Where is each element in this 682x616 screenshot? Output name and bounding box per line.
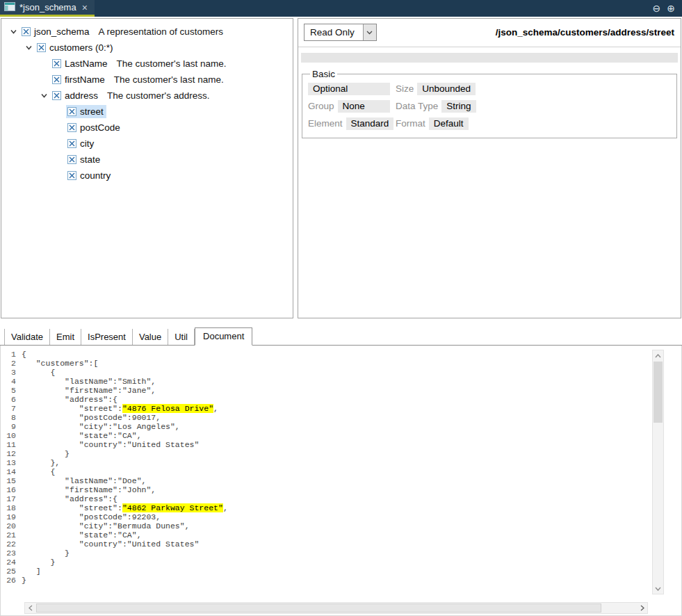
line-text: "lastName":"Smith", [22,377,156,386]
element-icon [67,107,76,116]
tree-node[interactable]: LastName [51,57,111,70]
group-title: Basic [310,69,337,79]
tree-node[interactable]: json_schema [20,25,92,38]
scroll-right-icon[interactable] [637,603,647,613]
property-size: SizeUnbounded [396,81,557,96]
line-number: 2 [1,359,22,368]
line-text: "firstName":"John", [22,485,156,494]
tree-item-postcode[interactable]: postCode [1,120,293,136]
element-icon [52,75,61,84]
property-data-type: Data TypeString [396,99,557,113]
property-value: Optional [308,83,390,95]
line-text: }, [22,458,60,467]
line-text: "lastName":"Doe", [22,476,146,485]
line-text: { [22,350,26,359]
collapse-all-icon[interactable]: ⊖ [653,3,661,14]
chevron-down-icon[interactable] [7,28,20,35]
code-area[interactable]: 1{2 "customers":[3 {4 "lastName":"Smith"… [1,350,649,599]
line-number: 20 [1,521,22,530]
vertical-scrollbar[interactable] [652,350,664,594]
line-number: 12 [1,449,22,458]
tree-item-state[interactable]: state [1,152,293,168]
tree-item-country[interactable]: country [1,168,293,184]
tab-emit[interactable]: Emit [50,329,81,345]
tree-node[interactable]: country [66,169,113,182]
line-number: 11 [1,440,22,449]
chevron-down-icon[interactable] [363,24,376,40]
line-text: "customers":[ [22,359,98,368]
bottom-tabs: ValidateEmitIsPresentValueUtilDocument [0,327,682,346]
line-number: 7 [1,404,22,413]
vertical-scroll-thumb[interactable] [653,362,663,423]
line-number: 25 [1,567,22,576]
tree-node[interactable]: city [66,137,97,150]
document-editor[interactable]: 1{2 "customers":[3 {4 "lastName":"Smith"… [0,346,682,616]
tree-item-lastname[interactable]: LastNameThe customer's last name. [1,56,293,72]
line-text: "postCode":90017, [22,413,161,422]
line-number: 24 [1,558,22,567]
line-text: "address":{ [22,494,117,503]
tree-item-street[interactable]: street [1,104,293,120]
line-text: { [22,467,55,476]
tab-ispresent[interactable]: IsPresent [81,329,133,345]
tab-json-schema[interactable]: *json_schema × [0,0,95,17]
mode-select-value: Read Only [305,24,363,40]
property-element: ElementStandard [308,116,390,131]
tree-item-city[interactable]: city [1,136,293,152]
tab-validate[interactable]: Validate [4,329,50,345]
line-number: 13 [1,458,22,467]
tree-node[interactable]: firstName [51,73,108,86]
element-icon [52,59,61,68]
tab-value[interactable]: Value [133,329,168,345]
tab-title: *json_schema [19,2,76,13]
property-value: String [441,100,476,113]
close-icon[interactable]: × [82,2,88,13]
code-line: 16 "firstName":"John", [1,485,649,494]
property-format: FormatDefault [396,116,557,131]
tree-item-address[interactable]: addressThe customer's address. [1,88,293,104]
expand-all-icon[interactable]: ⊕ [667,3,675,14]
tree-node[interactable]: postCode [66,121,123,134]
horizontal-scroll-thumb[interactable] [36,603,601,613]
element-icon [67,123,76,132]
tree-selection[interactable]: street [66,105,106,118]
scroll-left-icon[interactable] [25,603,35,613]
code-line: 19 "postCode":92203, [1,512,649,521]
properties-grid: OptionalSizeUnboundedGroupNoneData TypeS… [308,81,671,131]
code-line: 23 } [1,549,649,558]
line-number: 18 [1,503,22,512]
selected-node-path: /json_schema/customers/address/street [496,27,674,38]
line-number: 19 [1,512,22,521]
chevron-down-icon[interactable] [38,92,51,99]
code-line: 17 "address":{ [1,494,649,503]
line-text: "country":"United States" [22,540,199,549]
chevron-down-icon[interactable] [22,44,35,51]
line-text: "street":"4876 Felosa Drive", [22,404,218,413]
line-number: 15 [1,476,22,485]
upper-split: json_schemaA representation of customers… [0,17,682,320]
vertical-scroll-track[interactable] [653,361,663,583]
code-line: 9 "city":"Los Angeles", [1,422,649,431]
property-value: Standard [346,117,394,130]
tree-item-customers-0[interactable]: customers (0:*) [1,40,293,56]
code-line: 20 "city":"Bermuda Dunes", [1,521,649,530]
tree-node[interactable]: state [66,153,103,166]
tree-node[interactable]: address [51,89,101,102]
scroll-up-icon[interactable] [653,350,663,361]
tree-item-json-schema[interactable]: json_schemaA representation of customers [1,24,293,40]
element-icon [67,155,76,164]
tree-node[interactable]: customers (0:*) [35,41,116,54]
tree-item-label: state [80,154,100,165]
scroll-down-icon[interactable] [653,583,663,594]
code-line: 6 "address":{ [1,395,649,404]
tab-util[interactable]: Util [168,329,195,345]
horizontal-scrollbar[interactable] [24,602,648,614]
property-panel-header: Read Only /json_schema/customers/address… [298,19,681,47]
code-line: 3 { [1,368,649,377]
tree-item-firstname[interactable]: firstNameThe customer's last name. [1,72,293,88]
code-line: 10 "state":"CA", [1,431,649,440]
line-text: } [22,549,70,558]
mode-select[interactable]: Read Only [304,24,377,41]
horizontal-scroll-track[interactable] [35,603,637,613]
tab-document[interactable]: Document [195,327,252,346]
